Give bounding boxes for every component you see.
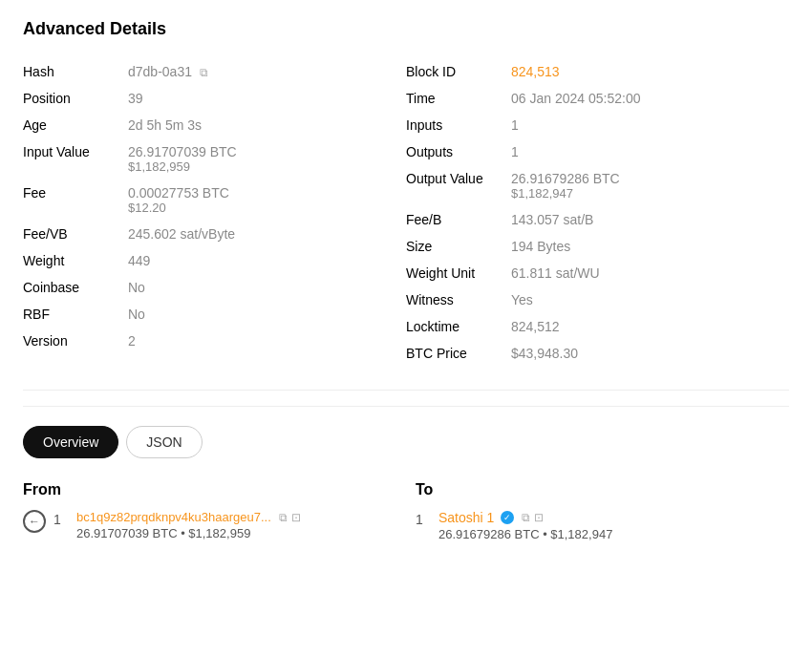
detail-value: 2d 5h 5m 3s: [128, 117, 202, 133]
detail-label: RBF: [23, 307, 128, 322]
detail-value: Yes: [511, 292, 533, 307]
primary-value: 26.91679286 BTC: [511, 171, 620, 186]
from-section: From ← 1 bc1q9z82prqdknpv4ku3haargeu7...…: [23, 481, 396, 541]
left-detail-row: RBFNo: [23, 301, 406, 328]
right-detail-row: Output Value26.91679286 BTC$1,182,947: [406, 165, 789, 206]
detail-value: 0.00027753 BTC$12.20: [128, 185, 229, 215]
right-detail-row: WitnessYes: [406, 286, 789, 313]
left-detail-row: Weight449: [23, 247, 406, 274]
left-detail-row: Input Value26.91707039 BTC$1,182,959: [23, 138, 406, 180]
right-detail-row: Block ID824,513: [406, 58, 789, 85]
to-section: To 1 Satoshi 1 ✓ ⧉ ⊡ 26.91679286 BTC • $…: [416, 481, 789, 541]
from-address-row: ← 1 bc1q9z82prqdknpv4ku3haargeu7... ⧉ ⊡ …: [23, 510, 396, 540]
detail-label: Version: [23, 333, 128, 349]
detail-label: Coinbase: [23, 280, 128, 295]
from-address-info: bc1q9z82prqdknpv4ku3haargeu7... ⧉ ⊡ 26.9…: [76, 510, 301, 540]
detail-label: Outputs: [406, 144, 511, 159]
tag-address-icon[interactable]: ⊡: [291, 511, 301, 524]
from-address-meta: 26.91707039 BTC • $1,182,959: [76, 526, 301, 540]
detail-value: 26.91707039 BTC$1,182,959: [128, 144, 237, 174]
detail-label: Witness: [406, 292, 511, 307]
detail-value: 06 Jan 2024 05:52:00: [511, 91, 640, 106]
detail-value: d7db-0a31 ⧉: [128, 64, 213, 79]
detail-value: No: [128, 280, 145, 295]
detail-label: Output Value: [406, 171, 511, 186]
left-column: Hashd7db-0a31 ⧉Position39Age2d 5h 5m 3sI…: [23, 58, 406, 367]
left-detail-row: Fee0.00027753 BTC$12.20: [23, 180, 406, 221]
detail-value: 824,512: [511, 319, 560, 334]
right-detail-row: Locktime824,512: [406, 313, 789, 340]
verified-icon: ✓: [501, 511, 514, 524]
right-column: Block ID824,513Time06 Jan 2024 05:52:00I…: [406, 58, 789, 367]
detail-label: Weight Unit: [406, 265, 511, 281]
copy-name-icon[interactable]: ⧉: [522, 511, 530, 524]
tab-json[interactable]: JSON: [126, 426, 202, 458]
detail-value: 143.057 sat/B: [511, 212, 593, 227]
detail-value: 1: [511, 144, 519, 159]
left-detail-row: Version2: [23, 328, 406, 354]
left-detail-row: Hashd7db-0a31 ⧉: [23, 58, 406, 85]
detail-value: $43,948.30: [511, 346, 578, 361]
to-address-row: 1 Satoshi 1 ✓ ⧉ ⊡ 26.91679286 BTC • $1,1…: [416, 510, 789, 541]
right-detail-row: Inputs1: [406, 112, 789, 138]
to-address-info: Satoshi 1 ✓ ⧉ ⊡ 26.91679286 BTC • $1,182…: [438, 510, 612, 541]
copy-address-icon[interactable]: ⧉: [279, 511, 288, 524]
copy-icon[interactable]: ⧉: [200, 66, 213, 79]
left-detail-row: Position39: [23, 85, 406, 112]
details-grid: Hashd7db-0a31 ⧉Position39Age2d 5h 5m 3sI…: [23, 58, 789, 367]
detail-label: Time: [406, 91, 511, 106]
right-detail-row: Outputs1: [406, 138, 789, 165]
sub-value: $12.20: [128, 201, 229, 215]
detail-value: 61.811 sat/WU: [511, 265, 600, 281]
detail-label: Fee/B: [406, 212, 511, 227]
left-detail-row: Fee/VB245.602 sat/vByte: [23, 221, 406, 247]
to-address-meta: 26.91679286 BTC • $1,182,947: [438, 527, 612, 541]
detail-value: No: [128, 307, 145, 322]
detail-label: Age: [23, 117, 128, 133]
detail-label: Fee: [23, 185, 128, 201]
tabs-section: OverviewJSON: [23, 406, 789, 458]
to-title: To: [416, 481, 789, 498]
detail-value: 245.602 sat/vByte: [128, 226, 235, 242]
detail-value: 449: [128, 253, 150, 268]
detail-label: Position: [23, 91, 128, 106]
page-title: Advanced Details: [23, 19, 789, 39]
right-detail-row: Fee/B143.057 sat/B: [406, 206, 789, 233]
left-detail-row: Age2d 5h 5m 3s: [23, 112, 406, 138]
detail-value: 26.91679286 BTC$1,182,947: [511, 171, 620, 201]
detail-label: Fee/VB: [23, 226, 128, 242]
detail-label: Weight: [23, 253, 128, 268]
tag-name-icon[interactable]: ⊡: [534, 511, 544, 524]
right-detail-row: BTC Price$43,948.30: [406, 340, 789, 367]
section-divider: [23, 390, 789, 391]
from-address-link[interactable]: bc1q9z82prqdknpv4ku3haargeu7...: [76, 510, 271, 524]
left-detail-row: CoinbaseNo: [23, 274, 406, 301]
detail-value: 2: [128, 333, 136, 349]
detail-label: BTC Price: [406, 346, 511, 361]
from-index: 1: [53, 512, 69, 527]
from-title: From: [23, 481, 396, 498]
primary-value: 26.91707039 BTC: [128, 144, 237, 159]
right-detail-row: Weight Unit61.811 sat/WU: [406, 260, 789, 286]
from-to-section: From ← 1 bc1q9z82prqdknpv4ku3haargeu7...…: [23, 481, 789, 541]
sub-value: $1,182,947: [511, 186, 620, 201]
tab-overview[interactable]: Overview: [23, 426, 118, 458]
to-index: 1: [416, 512, 431, 527]
right-detail-row: Time06 Jan 2024 05:52:00: [406, 85, 789, 112]
detail-value: 824,513: [511, 64, 560, 79]
right-detail-row: Size194 Bytes: [406, 233, 789, 260]
detail-label: Input Value: [23, 144, 128, 159]
primary-value: 0.00027753 BTC: [128, 185, 229, 201]
detail-label: Inputs: [406, 117, 511, 133]
from-icon-group: ⧉ ⊡: [279, 511, 301, 524]
to-name-link[interactable]: Satoshi 1: [438, 510, 494, 525]
sub-value: $1,182,959: [128, 159, 237, 174]
detail-label: Locktime: [406, 319, 511, 334]
detail-label: Hash: [23, 64, 128, 79]
detail-label: Block ID: [406, 64, 511, 79]
detail-value: 39: [128, 91, 143, 106]
to-icon-group: ⧉ ⊡: [522, 511, 544, 524]
detail-value: 1: [511, 117, 519, 133]
arrow-left-icon: ←: [23, 510, 46, 533]
detail-value: 194 Bytes: [511, 239, 570, 254]
